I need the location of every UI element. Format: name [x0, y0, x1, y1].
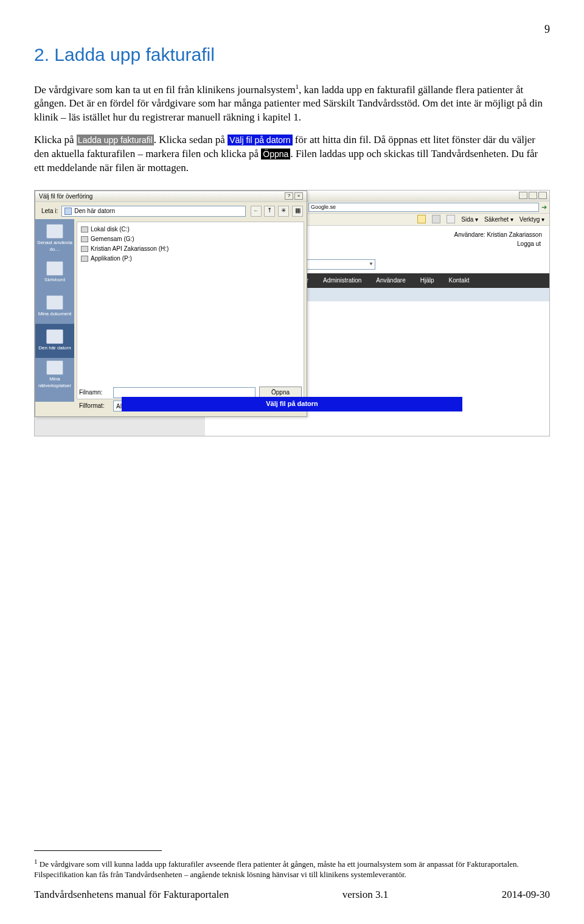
place-desktop[interactable]: Skrivbord: [35, 256, 74, 290]
place-network[interactable]: Mina nätverksplatser: [35, 358, 74, 392]
up-icon[interactable]: ⤒: [264, 206, 275, 217]
footer-right: 2014-09-30: [502, 888, 550, 902]
menu-admin[interactable]: Administration: [316, 276, 369, 285]
browser-window-buttons: [306, 191, 549, 201]
search-field[interactable]: Google.se: [308, 203, 539, 212]
place-computer-label: Den här datorn: [38, 345, 71, 352]
logout-link[interactable]: Logga ut: [517, 240, 541, 253]
page-footer: Tandvårdsenhetens manual för Fakturaport…: [34, 888, 550, 902]
drive-g-label: Gemensam (G:): [91, 235, 134, 243]
dialog-title: Välj fil för överföring: [39, 192, 92, 201]
browser-address-bar: Google.se ➔: [306, 201, 549, 214]
lookin-value: Den här datorn: [74, 207, 115, 215]
dialog-close-icon[interactable]: ×: [294, 192, 303, 200]
view-icon[interactable]: ▦: [292, 206, 303, 217]
drive-g[interactable]: Gemensam (G:): [81, 234, 300, 244]
dialog-titlebar: Välj fil för överföring ? ×: [35, 191, 307, 202]
drive-c-label: Lokal disk (C:): [91, 225, 130, 234]
search-placeholder: Google.se: [311, 203, 336, 211]
place-recent[interactable]: Senast använda do…: [35, 222, 74, 256]
place-network-label: Mina nätverksplatser: [35, 376, 74, 390]
filename-label: Filnamn:: [79, 388, 109, 397]
menu-contact[interactable]: Kontakt: [442, 276, 477, 285]
new-folder-icon[interactable]: ✳: [278, 206, 289, 217]
menu-help[interactable]: Hjälp: [413, 276, 442, 285]
footnote-text: De vårdgivare som vill kunna ladda upp f…: [34, 859, 519, 879]
mail-icon[interactable]: [447, 215, 455, 223]
drive-p-label: Applikation (P:): [91, 254, 132, 263]
para2-b: . Klicka sedan på: [154, 134, 228, 145]
drive-p[interactable]: Applikation (P:): [81, 254, 300, 264]
footer-left: Tandvårdsenhetens manual för Fakturaport…: [34, 888, 229, 902]
chip-choose-file: Välj fil på datorn: [228, 135, 292, 145]
para2-a: Klicka på: [34, 134, 77, 145]
footer-center: version 3.1: [342, 888, 389, 902]
menu-users[interactable]: Användare: [369, 276, 412, 285]
drive-c[interactable]: Lokal disk (C:): [81, 225, 300, 234]
embedded-screenshot: Google.se ➔ Sida ▾ Säkerhet ▾ Verktyg ▾ …: [34, 190, 550, 436]
home-icon[interactable]: [417, 215, 426, 223]
dialog-nav-buttons: ← ⤒ ✳ ▦: [249, 206, 303, 217]
tb-tools[interactable]: Verktyg ▾: [520, 215, 544, 224]
lookin-label: Leta i:: [41, 207, 58, 215]
filetype-label: Filformat:: [79, 402, 109, 410]
min-icon[interactable]: [519, 192, 527, 199]
tb-page[interactable]: Sida ▾: [461, 215, 478, 224]
dialog-help-icon[interactable]: ?: [285, 192, 293, 200]
lookin-combo[interactable]: Den här datorn: [61, 206, 245, 217]
para1-a: De vårdgivare som kan ta ut en fil från …: [34, 83, 296, 95]
chip-open: Öppna: [261, 149, 290, 159]
footnote: 1 De vårdgivare som vill kunna ladda upp…: [34, 857, 550, 880]
place-recent-label: Senast använda do…: [35, 240, 74, 253]
dialog-window-buttons: ? ×: [285, 192, 303, 200]
drive-h[interactable]: Kristian API Zakariasson (H:): [81, 244, 300, 254]
section-heading: 2. Ladda upp fakturafil: [34, 43, 550, 68]
place-computer[interactable]: Den här datorn: [35, 324, 74, 358]
close-icon[interactable]: [538, 192, 547, 199]
page-number: 9: [544, 22, 550, 37]
place-documents-label: Mina dokument: [38, 311, 72, 318]
choose-file-button[interactable]: Välj fil på datorn: [122, 397, 462, 411]
chip-upload: Ladda upp fakturafil: [77, 135, 154, 145]
max-icon[interactable]: [529, 192, 537, 199]
feed-icon[interactable]: [432, 215, 440, 223]
computer-icon: [64, 208, 72, 215]
footnote-separator: [34, 850, 162, 851]
drive-h-label: Kristian API Zakariasson (H:): [91, 245, 169, 253]
lookin-row: Leta i: Den här datorn ← ⤒ ✳ ▦: [35, 202, 307, 219]
back-icon[interactable]: ←: [251, 206, 262, 217]
paragraph-2: Klicka på Ladda upp fakturafil. Klicka s…: [34, 133, 550, 175]
place-desktop-label: Skrivbord: [44, 277, 65, 284]
file-list[interactable]: Lokal disk (C:) Gemensam (G:) Kristian A…: [77, 222, 304, 399]
go-icon[interactable]: ➔: [541, 203, 547, 212]
places-bar: Senast använda do… Skrivbord Mina dokume…: [35, 219, 74, 402]
paragraph-1: De vårdgivare som kan ta ut en fil från …: [34, 82, 550, 125]
place-documents[interactable]: Mina dokument: [35, 290, 74, 324]
tb-security[interactable]: Säkerhet ▾: [484, 215, 513, 224]
file-dialog: Välj fil för överföring ? × Leta i: Den …: [35, 191, 307, 417]
